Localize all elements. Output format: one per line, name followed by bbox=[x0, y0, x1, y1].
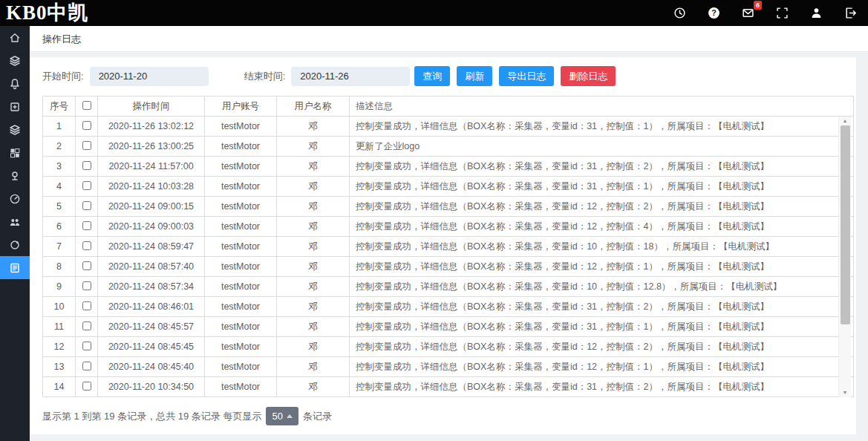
cell-select bbox=[76, 137, 98, 157]
sidebar bbox=[0, 26, 30, 441]
cell-time: 2020-11-24 10:03:28 bbox=[98, 177, 205, 197]
profile-icon[interactable] bbox=[809, 6, 823, 21]
cell-time: 2020-11-24 08:59:47 bbox=[98, 237, 205, 257]
cell-time: 2020-11-26 13:00:25 bbox=[98, 137, 205, 157]
table-row: 32020-11-24 11:57:00testMotor邓控制变量成功，详细信… bbox=[43, 157, 854, 177]
scroll-down-icon[interactable]: ▼ bbox=[839, 388, 851, 397]
fullscreen-icon[interactable] bbox=[774, 6, 789, 21]
col-time: 操作时间 bbox=[98, 97, 205, 117]
cell-time: 2020-11-24 08:45:57 bbox=[98, 317, 205, 337]
cell-select bbox=[76, 177, 98, 197]
cell-select bbox=[76, 257, 98, 277]
row-checkbox[interactable] bbox=[82, 221, 91, 230]
row-checkbox[interactable] bbox=[82, 241, 91, 250]
cell-desc: 更新了企业logo bbox=[350, 137, 854, 157]
start-time-input[interactable] bbox=[90, 67, 209, 86]
refresh-button[interactable]: 刷新 bbox=[457, 66, 492, 86]
cell-time: 2020-11-24 08:57:40 bbox=[98, 257, 205, 277]
page-size-select[interactable]: 50 bbox=[266, 407, 298, 425]
delete-log-button[interactable]: 删除日志 bbox=[561, 66, 616, 86]
table-row: 72020-11-24 08:59:47testMotor邓控制变量成功，详细信… bbox=[43, 237, 854, 257]
row-checkbox[interactable] bbox=[82, 161, 91, 170]
table-row: 92020-11-24 08:57:34testMotor邓控制变量成功，详细信… bbox=[43, 277, 854, 297]
pagination-summary: 显示第 1 到第 19 条记录，总共 19 条记录 每页显示 bbox=[42, 410, 261, 423]
cell-no: 6 bbox=[43, 217, 76, 237]
pagination-bar: 显示第 1 到第 19 条记录，总共 19 条记录 每页显示 50 条记录 bbox=[42, 407, 856, 425]
cell-no: 1 bbox=[43, 117, 76, 137]
table-scrollbar[interactable]: ▲ ▼ bbox=[838, 117, 851, 397]
cell-select bbox=[76, 277, 98, 297]
sidebar-item-apps[interactable] bbox=[0, 141, 30, 164]
cell-account: testMotor bbox=[205, 317, 277, 337]
cell-time: 2020-11-26 13:02:12 bbox=[98, 117, 205, 137]
breadcrumb: 操作日志 bbox=[30, 26, 868, 52]
cell-no: 7 bbox=[43, 237, 76, 257]
query-button[interactable]: 查询 bbox=[414, 66, 450, 86]
help-icon[interactable]: ? bbox=[706, 6, 721, 21]
cell-username: 邓 bbox=[277, 217, 350, 237]
cell-desc: 控制变量成功，详细信息（BOX名称：采集器，变量id：31，控制值：2），所属项… bbox=[350, 377, 854, 397]
unread-badge: 6 bbox=[754, 1, 762, 10]
cell-username: 邓 bbox=[277, 197, 350, 217]
col-no: 序号 bbox=[43, 97, 76, 117]
sidebar-item-groups[interactable] bbox=[0, 118, 30, 141]
row-checkbox[interactable] bbox=[82, 301, 91, 310]
cell-select bbox=[76, 237, 98, 257]
row-checkbox[interactable] bbox=[82, 181, 91, 190]
logout-icon[interactable] bbox=[843, 6, 858, 21]
sidebar-item-add-panel[interactable] bbox=[0, 95, 30, 118]
layers-icon bbox=[9, 124, 21, 136]
export-log-button[interactable]: 导出日志 bbox=[499, 66, 554, 86]
cell-time: 2020-11-24 08:46:01 bbox=[98, 297, 205, 317]
sidebar-item-devices[interactable] bbox=[0, 49, 30, 72]
cell-account: testMotor bbox=[205, 337, 277, 357]
cell-select bbox=[76, 197, 98, 217]
cell-no: 9 bbox=[43, 277, 76, 297]
bell-icon bbox=[9, 78, 21, 90]
sidebar-item-dashboard[interactable] bbox=[0, 187, 30, 210]
row-checkbox[interactable] bbox=[82, 121, 91, 130]
cell-username: 邓 bbox=[277, 257, 350, 277]
cell-account: testMotor bbox=[205, 297, 277, 317]
sidebar-item-sync[interactable] bbox=[0, 233, 30, 256]
select-all-checkbox[interactable] bbox=[82, 101, 91, 110]
table-row: 132020-11-24 08:45:40testMotor邓控制变量成功，详细… bbox=[43, 357, 854, 377]
row-checkbox[interactable] bbox=[82, 261, 91, 270]
col-account: 用户账号 bbox=[205, 97, 277, 117]
sidebar-item-user-group[interactable] bbox=[0, 210, 30, 233]
cell-time: 2020-11-20 10:34:50 bbox=[98, 377, 205, 397]
sidebar-item-alarms[interactable] bbox=[0, 72, 30, 95]
row-checkbox[interactable] bbox=[82, 382, 91, 391]
cell-time: 2020-11-24 08:57:34 bbox=[98, 277, 205, 297]
scroll-up-icon[interactable]: ▲ bbox=[839, 117, 851, 125]
cell-select bbox=[76, 297, 98, 317]
messages-icon[interactable]: 6 bbox=[740, 6, 755, 21]
row-checkbox[interactable] bbox=[82, 362, 91, 370]
cell-select bbox=[76, 317, 98, 337]
row-checkbox[interactable] bbox=[82, 281, 91, 290]
cell-username: 邓 bbox=[277, 277, 350, 297]
cell-time: 2020-11-24 08:45:45 bbox=[98, 337, 205, 357]
cell-select bbox=[76, 117, 98, 137]
cell-no: 5 bbox=[43, 197, 76, 217]
cell-desc: 控制变量成功，详细信息（BOX名称：采集器，变量id：10，控制值：12.8），… bbox=[350, 277, 854, 297]
row-checkbox[interactable] bbox=[82, 201, 91, 210]
cell-account: testMotor bbox=[205, 117, 277, 137]
history-icon[interactable] bbox=[672, 6, 687, 21]
scrollbar-thumb[interactable] bbox=[841, 125, 850, 324]
table-row: 12020-11-26 13:02:12testMotor邓控制变量成功，详细信… bbox=[43, 117, 854, 137]
topbar: KB0中凯 ?6 bbox=[0, 0, 868, 26]
cell-username: 邓 bbox=[277, 157, 350, 177]
cell-time: 2020-11-24 09:00:15 bbox=[98, 197, 205, 217]
row-checkbox[interactable] bbox=[82, 342, 91, 350]
end-time-input[interactable] bbox=[291, 67, 410, 86]
sidebar-item-location[interactable] bbox=[0, 164, 30, 187]
sidebar-item-home[interactable] bbox=[0, 26, 30, 49]
cell-no: 2 bbox=[43, 137, 76, 157]
cell-no: 3 bbox=[43, 157, 76, 177]
cell-username: 邓 bbox=[277, 137, 350, 157]
row-checkbox[interactable] bbox=[82, 141, 91, 150]
cell-time: 2020-11-24 08:45:40 bbox=[98, 357, 205, 377]
sidebar-item-operation-log[interactable] bbox=[0, 256, 30, 279]
row-checkbox[interactable] bbox=[82, 321, 91, 330]
